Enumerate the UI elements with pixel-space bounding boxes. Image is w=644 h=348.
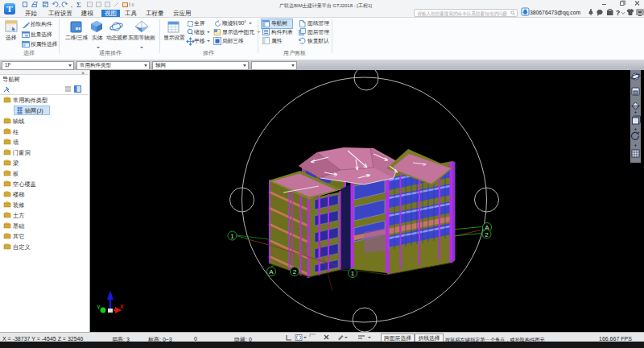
svg-text:1: 1 (230, 233, 234, 240)
svg-text:楼梯: 楼梯 (13, 191, 24, 198)
svg-text:380676473@qq.com: 380676473@qq.com (530, 10, 581, 16)
svg-text:自定义: 自定义 (13, 243, 31, 251)
svg-text:轴线: 轴线 (12, 118, 24, 125)
svg-text:A: A (269, 268, 274, 276)
svg-text:2: 2 (293, 268, 297, 276)
svg-text:板: 板 (12, 170, 19, 177)
svg-text:基础: 基础 (13, 222, 24, 230)
svg-text:门窗洞: 门窗洞 (13, 149, 31, 156)
svg-text:1: 1 (351, 270, 355, 277)
svg-text:梁: 梁 (13, 160, 19, 167)
svg-text:柱: 柱 (13, 128, 19, 135)
svg-text:土方: 土方 (13, 212, 24, 219)
svg-text:X: X (120, 304, 124, 309)
svg-text:轴网(J): 轴网(J) (24, 107, 43, 114)
svg-text:Y: Y (97, 304, 101, 310)
svg-text:空心楼盖: 空心楼盖 (13, 180, 36, 188)
svg-text:装修: 装修 (13, 201, 24, 209)
svg-text:常用构件类型: 常用构件类型 (13, 97, 48, 104)
svg-text:墙: 墙 (12, 139, 19, 146)
svg-text:其它: 其它 (13, 233, 24, 240)
svg-text:?: ? (616, 9, 620, 17)
svg-text:Σ: Σ (76, 1, 81, 8)
svg-text:2: 2 (485, 231, 489, 238)
